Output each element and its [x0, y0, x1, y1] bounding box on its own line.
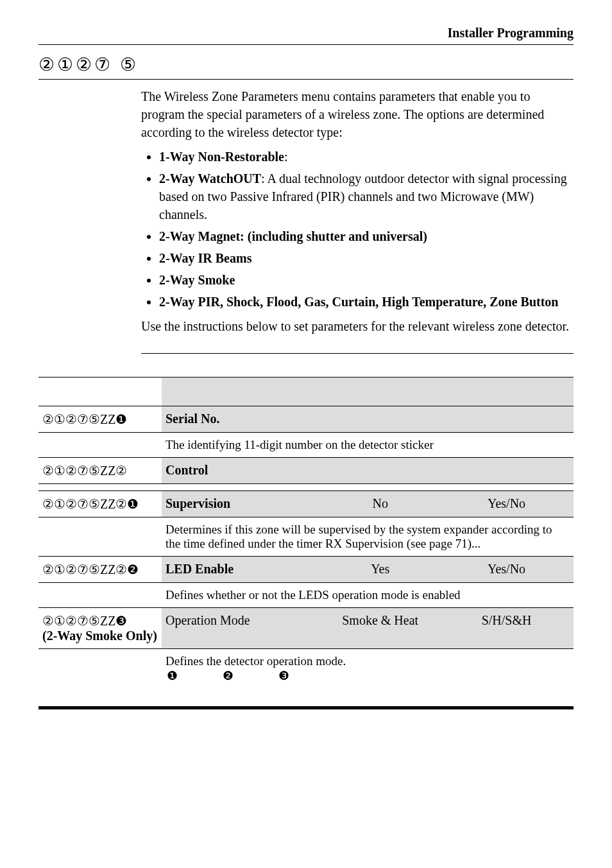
- bullet-label: 2-Way Magnet: (including shutter and uni…: [159, 229, 427, 243]
- parameter-table: ②①②⑦⑤ZZ❶ Serial No. The identifying 11-d…: [38, 377, 574, 688]
- bullet-item: 2-Way Smoke: [159, 271, 574, 289]
- spacer-row: [38, 484, 574, 491]
- param-range: Yes/No: [443, 496, 570, 511]
- bullet-label: 2-Way WatchOUT: [159, 171, 261, 186]
- table-row-serial-desc: The identifying 11-digit number on the d…: [38, 433, 574, 458]
- param-code-cell: ②①②⑦⑤ZZ❸ (2-Way Smoke Only): [38, 608, 162, 649]
- param-default: No: [317, 496, 443, 511]
- table-row-led-head: ②①②⑦⑤ZZ②❷ LED Enable Yes Yes/No: [38, 557, 574, 583]
- param-code-sub: (2-Way Smoke Only): [42, 629, 157, 643]
- header-rule: [38, 44, 574, 45]
- table-row-supervision-desc: Determines if this zone will be supervis…: [38, 517, 574, 557]
- footnote-markers: ❶❷❸: [166, 669, 334, 682]
- empty-cell: [38, 484, 574, 491]
- param-title: Serial No.: [162, 406, 574, 433]
- param-default: Smoke & Heat: [317, 613, 443, 628]
- intro-para-1: The Wireless Zone Parameters menu contai…: [141, 87, 574, 141]
- bullet-item: 2-Way WatchOUT: A dual technology outdoo…: [159, 169, 574, 223]
- param-title-cell: Supervision No Yes/No: [162, 491, 574, 517]
- intro-block: The Wireless Zone Parameters menu contai…: [141, 87, 574, 335]
- section-number: ②①②⑦ ⑤: [38, 53, 574, 79]
- intro-bullet-list: 1-Way Non-Restorable: 2-Way WatchOUT: A …: [141, 148, 574, 311]
- empty-cell: [38, 378, 162, 406]
- table-row-control-head: ②①②⑦⑤ZZ② Control: [38, 458, 574, 484]
- empty-shaded-cell: [162, 378, 574, 406]
- param-title: Control: [162, 458, 574, 484]
- param-title-cell: Operation Mode Smoke & Heat S/H/S&H: [162, 608, 574, 649]
- table-row-supervision-head: ②①②⑦⑤ZZ②❶ Supervision No Yes/No: [38, 491, 574, 517]
- param-desc: Determines if this zone will be supervis…: [162, 517, 574, 557]
- param-code: ②①②⑦⑤ZZ②❷: [38, 557, 162, 583]
- param-title: Operation Mode: [166, 613, 317, 628]
- footer-bar: [38, 706, 574, 709]
- empty-cell: [38, 583, 162, 608]
- param-code: ②①②⑦⑤ZZ②: [38, 458, 162, 484]
- bullet-label: 1-Way Non-Restorable: [159, 150, 284, 164]
- param-title-cell: LED Enable Yes Yes/No: [162, 557, 574, 583]
- param-desc: The identifying 11-digit number on the d…: [162, 433, 574, 458]
- table-row-opmode-desc: Defines the detector operation mode. ❶❷❸: [38, 649, 574, 689]
- section-rule: [38, 79, 574, 80]
- param-desc: Defines whether or not the LEDS operatio…: [162, 583, 574, 608]
- table-row-opmode-head: ②①②⑦⑤ZZ❸ (2-Way Smoke Only) Operation Mo…: [38, 608, 574, 649]
- param-range: S/H/S&H: [443, 613, 570, 628]
- intro-end-rule: [141, 353, 574, 354]
- table-row-serial-head: ②①②⑦⑤ZZ❶ Serial No.: [38, 406, 574, 433]
- param-range: Yes/No: [443, 562, 570, 577]
- empty-cell: [38, 433, 162, 458]
- bullet-item: 2-Way Magnet: (including shutter and uni…: [159, 227, 574, 245]
- bullet-text: :: [284, 150, 288, 164]
- bullet-item: 1-Way Non-Restorable:: [159, 148, 574, 166]
- param-title: Supervision: [166, 496, 317, 511]
- bullet-item: 2-Way IR Beams: [159, 249, 574, 267]
- bullet-label: 2-Way IR Beams: [159, 251, 251, 265]
- param-desc: Defines the detector operation mode.: [166, 654, 346, 668]
- param-code: ②①②⑦⑤ZZ②❶: [38, 491, 162, 517]
- bullet-item: 2-Way PIR, Shock, Flood, Gas, Curtain, H…: [159, 293, 574, 311]
- running-head: Installer Programming: [38, 26, 574, 40]
- empty-cell: [38, 517, 162, 557]
- param-default: Yes: [317, 562, 443, 577]
- param-desc-cell: Defines the detector operation mode. ❶❷❸: [162, 649, 574, 689]
- spacer-row: [38, 378, 574, 406]
- param-code: ②①②⑦⑤ZZ❸: [42, 614, 127, 628]
- param-code: ②①②⑦⑤ZZ❶: [38, 406, 162, 433]
- empty-cell: [38, 649, 162, 689]
- bullet-label: 2-Way PIR, Shock, Flood, Gas, Curtain, H…: [159, 295, 558, 309]
- table-row-led-desc: Defines whether or not the LEDS operatio…: [38, 583, 574, 608]
- bullet-label: 2-Way Smoke: [159, 273, 235, 287]
- param-title: LED Enable: [166, 562, 317, 577]
- intro-para-2: Use the instructions below to set parame…: [141, 317, 574, 335]
